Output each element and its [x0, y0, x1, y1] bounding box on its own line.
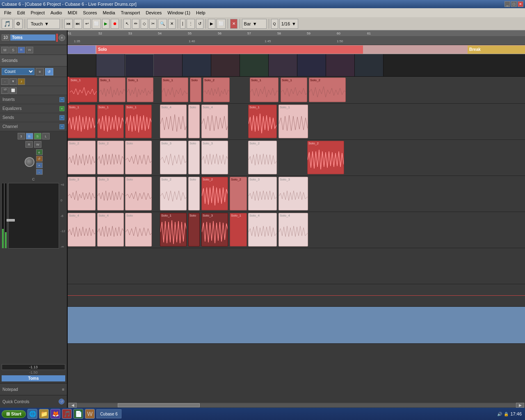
- channel-expand[interactable]: +: [59, 124, 64, 129]
- bar-icon[interactable]: ▼: [9, 78, 17, 85]
- l1-clip-4[interactable]: Solo_4: [160, 105, 187, 138]
- channel-edit-btn[interactable]: e: [59, 34, 65, 41]
- video-btn2[interactable]: ⬜: [9, 87, 17, 94]
- menu-file[interactable]: File: [2, 9, 14, 16]
- sm-btn-blue[interactable]: +: [36, 162, 43, 168]
- l4-clip-2[interactable]: Solo_4: [97, 213, 124, 247]
- taskbar-cubase[interactable]: Cubase 6: [96, 409, 121, 418]
- quantize-display[interactable]: 1/16 ▼: [279, 19, 298, 29]
- window-controls[interactable]: _ □ ✕: [504, 1, 523, 7]
- toolbar-icon-1[interactable]: 🎵: [2, 19, 13, 29]
- icon-solo[interactable]: S: [9, 47, 17, 53]
- taskbar-icon-6[interactable]: W: [85, 409, 95, 419]
- tb-tool4[interactable]: ✂: [149, 19, 157, 29]
- icon-r[interactable]: R: [18, 47, 25, 53]
- time-icon[interactable]: -: [1, 78, 9, 85]
- menu-project[interactable]: Project: [28, 9, 47, 16]
- channel-name-btn[interactable]: Toms: [10, 34, 55, 41]
- count-btn2[interactable]: ↺: [45, 68, 53, 75]
- l2-clip-5[interactable]: Solo: [188, 141, 200, 174]
- tb-next[interactable]: ⏭: [74, 19, 82, 29]
- note-icon[interactable]: ♪: [18, 78, 25, 85]
- gs-clip-8[interactable]: Solo_1: [281, 78, 307, 102]
- count-select[interactable]: Count: [2, 68, 34, 75]
- gs-clip-6[interactable]: Solo_2: [203, 78, 230, 102]
- l1-clip-1[interactable]: Solo_1: [68, 105, 96, 138]
- tb-record[interactable]: ⏺: [111, 19, 119, 29]
- inserts-expand[interactable]: +: [59, 97, 64, 102]
- tb-snap[interactable]: |: [180, 19, 185, 29]
- bar-display[interactable]: Bar ▼: [242, 19, 267, 29]
- l2-clip-4[interactable]: Solo_3: [160, 141, 187, 174]
- sm-btn-green[interactable]: e: [36, 149, 43, 155]
- minimize-btn[interactable]: _: [504, 1, 510, 7]
- menu-transport[interactable]: Transport: [119, 9, 143, 16]
- menu-window[interactable]: Window (1): [165, 9, 193, 16]
- gs-clip-1[interactable]: Solo_1: [69, 78, 97, 102]
- sm-btn-blue2[interactable]: -: [36, 169, 43, 175]
- fader-thumb[interactable]: [7, 219, 15, 221]
- taskbar-icon-folder[interactable]: 📁: [39, 409, 49, 419]
- hscroll-right[interactable]: ▶: [516, 403, 524, 408]
- qc-btn[interactable]: ↺: [59, 399, 64, 404]
- l4-clip-7[interactable]: Solo_1: [230, 213, 247, 247]
- mix-btn-w[interactable]: W: [34, 141, 41, 148]
- l2-clip-8[interactable]: Solo_2: [307, 141, 344, 174]
- l1-clip-7[interactable]: Solo_1: [248, 105, 277, 138]
- l4-clip-8[interactable]: Solo_4: [248, 213, 277, 247]
- gs-clip-9[interactable]: Solo_2: [309, 78, 346, 102]
- mix-btn-r[interactable]: R: [25, 141, 33, 148]
- mix-btn-s[interactable]: S: [34, 133, 41, 139]
- hscroll-left[interactable]: ◀: [68, 403, 77, 408]
- mix-btn-3[interactable]: 3: [18, 133, 25, 139]
- l3-clip-4[interactable]: Solo_2: [160, 177, 187, 210]
- maximize-btn[interactable]: □: [511, 1, 517, 7]
- l1-clip-6[interactable]: Solo_4: [201, 105, 228, 138]
- mix-btn-b[interactable]: B: [26, 133, 33, 139]
- l2-clip-6[interactable]: Solo_3: [201, 141, 228, 174]
- l3-clip-5[interactable]: Solo: [188, 177, 200, 210]
- close-btn[interactable]: ✕: [518, 1, 523, 7]
- menu-midi[interactable]: MIDI: [65, 9, 80, 16]
- hscroll-thumb[interactable]: [118, 403, 200, 407]
- menu-scores[interactable]: Scores: [80, 9, 99, 16]
- pan-knob[interactable]: [25, 157, 34, 167]
- l3-clip-8[interactable]: Solo_3: [248, 177, 277, 210]
- l1-clip-3[interactable]: Solo_1: [125, 105, 152, 138]
- l1-clip-5[interactable]: Solo: [188, 105, 200, 138]
- mix-btn-l[interactable]: L: [42, 133, 50, 139]
- volume-fader[interactable]: [8, 183, 59, 249]
- l2-clip-2[interactable]: Solo_2: [97, 141, 124, 174]
- menu-audio[interactable]: Audio: [48, 9, 64, 16]
- video-icon[interactable]: 🎬: [1, 87, 9, 94]
- l1-clip-8[interactable]: Solo_1: [278, 105, 308, 138]
- icon-w[interactable]: W: [26, 47, 33, 53]
- gs-clip-2[interactable]: Solo_1: [99, 78, 126, 102]
- l4-clip-4[interactable]: Solo_1: [160, 213, 187, 247]
- icon-midi[interactable]: M: [1, 47, 9, 53]
- menu-media[interactable]: Media: [100, 9, 118, 16]
- l3-clip-2[interactable]: Solo_3: [97, 177, 124, 210]
- l2-clip-7[interactable]: Solo_2: [248, 141, 277, 174]
- start-button[interactable]: ⊞ Start: [2, 410, 26, 418]
- tb-play[interactable]: ▶: [102, 19, 110, 29]
- l3-clip-9[interactable]: Solo_3: [278, 177, 308, 210]
- l4-clip-1[interactable]: Solo_4: [68, 213, 96, 247]
- l1-clip-2[interactable]: Solo_1: [97, 105, 124, 138]
- tb-tool2[interactable]: ✏: [132, 19, 139, 29]
- l2-clip-1[interactable]: Solo_2: [68, 141, 96, 174]
- taskbar-icon-5[interactable]: 📄: [73, 409, 83, 419]
- count-btn1[interactable]: ≡: [36, 68, 44, 75]
- tb-undo[interactable]: ↩: [83, 19, 91, 29]
- gs-clip-7[interactable]: Solo_1: [250, 78, 278, 102]
- notepad-expand[interactable]: ≡: [62, 387, 64, 392]
- taskbar-icon-ie[interactable]: 🌐: [27, 409, 37, 419]
- tb-select[interactable]: ↖: [123, 19, 131, 29]
- gs-clip-5[interactable]: Solo: [190, 78, 201, 102]
- l4-clip-9[interactable]: Solo_4: [278, 213, 308, 247]
- tb-stop[interactable]: ⬜: [92, 19, 101, 29]
- l4-clip-5[interactable]: Solo: [188, 213, 200, 247]
- gs-clip-4[interactable]: Solo_1: [162, 78, 188, 102]
- tb-xmark[interactable]: ✕: [230, 19, 237, 29]
- tb-marker[interactable]: ▶: [208, 19, 215, 29]
